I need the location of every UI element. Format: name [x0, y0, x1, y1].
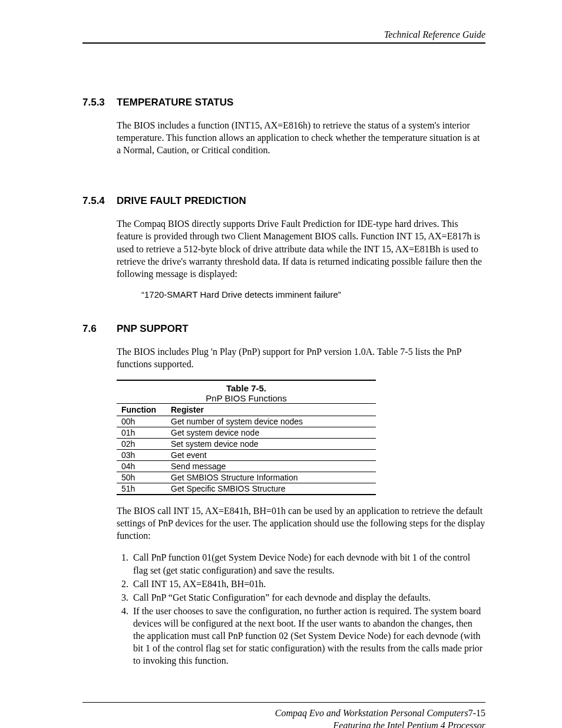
steps-list: Call PnP function 01(get System Device N…: [117, 551, 485, 667]
cell-function: 03h: [117, 450, 166, 461]
cell-function: 01h: [117, 427, 166, 439]
footer-subtitle: Featuring the Intel Pentium 4 Processor: [333, 720, 485, 728]
page-number: 7-15: [468, 708, 485, 718]
cell-function: 00h: [117, 416, 166, 427]
section-number: 7.6: [82, 323, 117, 335]
header-rule: [82, 42, 485, 44]
cell-function: 50h: [117, 472, 166, 483]
section-heading-753: 7.5.3 TEMPERATURE STATUS: [82, 97, 485, 108]
paragraph: The BIOS includes Plug 'n Play (PnP) sup…: [117, 345, 485, 370]
pnp-functions-table: Function Register 00hGet number of syste…: [117, 403, 376, 495]
table-title: PnP BIOS Functions: [206, 393, 286, 403]
table-row: 01hGet system device node: [117, 427, 376, 439]
table-caption: Table 7-5. PnP BIOS Functions: [117, 381, 376, 403]
table-7-5: Table 7-5. PnP BIOS Functions Function R…: [117, 380, 376, 495]
footer-rule: [82, 702, 485, 707]
section-number: 7.5.4: [82, 195, 117, 207]
list-item: Call PnP “Get Static Configuration” for …: [131, 591, 485, 604]
section-number: 7.5.3: [82, 97, 117, 108]
cell-function: 51h: [117, 483, 166, 495]
table-row: 50hGet SMBIOS Structure Information: [117, 472, 376, 483]
table-header-function: Function: [117, 404, 166, 416]
cell-register: Get SMBIOS Structure Information: [166, 472, 376, 483]
table-header-register: Register: [166, 404, 376, 416]
list-item: If the user chooses to save the configur…: [131, 605, 485, 667]
section-heading-76: 7.6 PNP SUPPORT: [82, 323, 485, 335]
footer-product: Compaq Evo and Workstation Personal Comp…: [275, 708, 468, 718]
table-row: 00hGet number of system device nodes: [117, 416, 376, 427]
cell-register: Get Specific SMBIOS Structure: [166, 483, 376, 495]
paragraph: The Compaq BIOS directly supports Drive …: [117, 218, 485, 280]
cell-function: 04h: [117, 461, 166, 472]
paragraph: The BIOS call INT 15, AX=E841h, BH=01h c…: [117, 505, 485, 542]
table-row: 03hGet event: [117, 450, 376, 461]
running-header: Technical Reference Guide: [82, 29, 485, 42]
section-title: TEMPERATURE STATUS: [117, 97, 233, 108]
footer-block: Compaq Evo and Workstation Personal Comp…: [82, 707, 485, 728]
paragraph: The BIOS includes a function (INT15, AX=…: [117, 119, 485, 156]
cell-register: Send message: [166, 461, 376, 472]
cell-register: Get event: [166, 450, 376, 461]
table-row: 51hGet Specific SMBIOS Structure: [117, 483, 376, 495]
list-item: Call INT 15, AX=E841h, BH=01h.: [131, 578, 485, 590]
cell-register: Set system device node: [166, 439, 376, 450]
section-title: PNP SUPPORT: [117, 323, 189, 335]
quoted-message: “1720-SMART Hard Drive detects imminent …: [141, 289, 485, 299]
cell-function: 02h: [117, 439, 166, 450]
section-title: DRIVE FAULT PREDICTION: [117, 195, 246, 207]
table-row: 04hSend message: [117, 461, 376, 472]
page-container: Technical Reference Guide 7.5.3 TEMPERAT…: [0, 0, 562, 728]
section-heading-754: 7.5.4 DRIVE FAULT PREDICTION: [82, 195, 485, 207]
table-number: Table 7-5.: [226, 383, 266, 393]
cell-register: Get number of system device nodes: [166, 416, 376, 427]
cell-register: Get system device node: [166, 427, 376, 439]
table-row: 02hSet system device node: [117, 439, 376, 450]
list-item: Call PnP function 01(get System Device N…: [131, 551, 485, 576]
